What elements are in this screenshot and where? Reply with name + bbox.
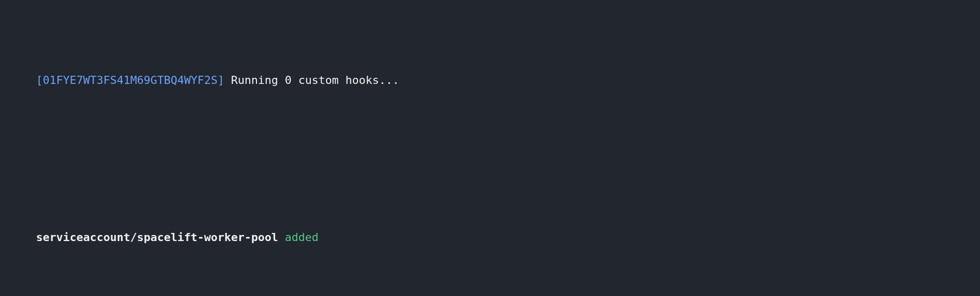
resource-path: serviceaccount/spacelift-worker-pool — [36, 231, 278, 244]
resource-line: serviceaccount/spacelift-worker-pool add… — [9, 213, 971, 262]
hooks-line: [01FYE7WT3FS41M69GTBQ4WYF2S] Running 0 c… — [9, 56, 971, 105]
resource-status: added — [285, 231, 318, 244]
blank-line — [9, 153, 971, 164]
hooks-message: Running 0 custom hooks... — [231, 74, 399, 86]
terminal-output: [01FYE7WT3FS41M69GTBQ4WYF2S] Running 0 c… — [0, 0, 980, 296]
run-id: [01FYE7WT3FS41M69GTBQ4WYF2S] — [36, 74, 224, 86]
